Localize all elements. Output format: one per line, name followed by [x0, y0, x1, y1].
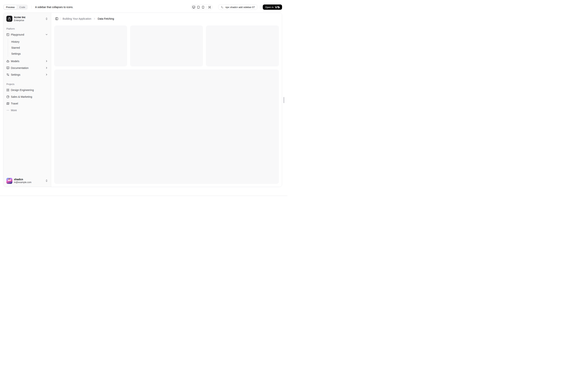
command-text: npx shadcn add sidebar-07	[225, 6, 255, 9]
app-sidebar: Acme Inc Enterprise Platform Playground …	[3, 13, 51, 187]
breadcrumb: Building Your Application Data Fetching	[63, 17, 114, 20]
book-open-icon	[6, 66, 9, 69]
sidebar-item-documentation[interactable]: Documentation	[5, 65, 49, 71]
tab-code[interactable]: Code	[17, 5, 27, 9]
monitor-icon	[192, 6, 195, 9]
user-email: m@example.com	[14, 181, 44, 184]
sidebar-subitem-history[interactable]: History	[10, 39, 49, 44]
sidebar-item-label: Design Engineering	[11, 88, 48, 91]
team-name: Acme Inc	[14, 16, 44, 19]
tab-preview[interactable]: Preview	[3, 5, 17, 9]
user-name: shadcn	[14, 178, 44, 181]
chevron-right-icon	[45, 66, 48, 69]
sidebar-item-sales-marketing[interactable]: Sales & Marketing	[5, 94, 49, 100]
v0-logo-icon	[275, 6, 280, 8]
mobile-view-button[interactable]	[201, 5, 205, 9]
page-scrollbar-thumb[interactable]	[283, 97, 285, 103]
chevron-right-icon	[45, 73, 48, 76]
user-meta: shadcn m@example.com	[14, 178, 44, 184]
sidebar-item-label: Travel	[11, 102, 48, 105]
sidebar-footer: shadcn m@example.com	[3, 175, 51, 187]
sidebar-subitem-settings[interactable]: Settings	[10, 51, 49, 56]
playground-submenu: History Starred Settings	[8, 39, 49, 57]
breadcrumb-parent-link[interactable]: Building Your Application	[63, 17, 91, 20]
next-section-edge	[0, 196, 288, 196]
pie-chart-icon	[6, 95, 9, 98]
sidebar-group-platform: Platform Playground History Starred Sett…	[3, 25, 51, 78]
sidebar-item-label: More	[11, 109, 48, 112]
sidebar-item-label: Sales & Marketing	[11, 95, 48, 98]
desktop-view-button[interactable]	[192, 5, 196, 9]
view-tab-group: Preview Code	[3, 4, 28, 10]
breadcrumb-current-page: Data Fetching	[98, 17, 114, 20]
open-in-label: Open in	[265, 6, 274, 9]
team-meta: Acme Inc Enterprise	[14, 16, 44, 22]
bot-icon	[6, 60, 9, 63]
terminal-icon	[221, 6, 224, 8]
settings-icon	[6, 73, 9, 76]
sidebar-group-projects: Projects Design Engineering Sales & Mark…	[3, 80, 51, 113]
avatar	[6, 178, 12, 184]
frame-icon	[6, 88, 9, 91]
main-panel: Building Your Application Data Fetching	[51, 13, 282, 187]
block-description: A sidebar that collapses to icons.	[35, 6, 73, 9]
copy-command-button[interactable]: npx shadcn add sidebar-07	[218, 4, 258, 10]
sidebar-toggle-button[interactable]	[54, 16, 59, 21]
ellipsis-icon	[6, 109, 9, 112]
tablet-icon	[197, 6, 200, 9]
user-menu-button[interactable]: shadcn m@example.com	[5, 176, 49, 186]
placeholder-card	[130, 25, 203, 66]
team-logo	[6, 16, 12, 22]
chevron-right-icon	[45, 60, 48, 63]
device-toggle-group	[191, 4, 213, 10]
sidebar-item-settings[interactable]: Settings	[5, 72, 49, 78]
sidebar-item-design-engineering[interactable]: Design Engineering	[5, 87, 49, 93]
smartphone-icon	[202, 6, 204, 9]
tablet-view-button[interactable]	[196, 5, 201, 9]
chevrons-up-down-icon	[45, 179, 48, 182]
sidebar-item-playground[interactable]: Playground	[5, 32, 49, 38]
chevron-down-icon	[45, 33, 48, 36]
team-switcher-button[interactable]: Acme Inc Enterprise	[5, 14, 49, 23]
breadcrumb-chevron-icon	[93, 17, 96, 20]
page-content	[51, 25, 282, 187]
sidebar-item-label: Documentation	[11, 66, 44, 69]
open-in-v0-button[interactable]: Open in	[263, 4, 282, 10]
sidebar-item-label: Models	[11, 60, 44, 63]
main-header: Building Your Application Data Fetching	[51, 13, 282, 25]
group-label-projects: Projects	[5, 81, 49, 87]
toolbar-separator	[31, 6, 32, 9]
sidebar-item-models[interactable]: Models	[5, 58, 49, 64]
playground-submenu-wrapper: History Starred Settings	[5, 38, 49, 58]
map-icon	[6, 102, 9, 105]
block-toolbar: Preview Code A sidebar that collapses to…	[3, 4, 282, 10]
gallery-vertical-end-icon	[8, 17, 11, 20]
placeholder-card-row	[54, 25, 279, 66]
sidebar-header: Acme Inc Enterprise	[3, 13, 51, 25]
sidebar-subitem-starred[interactable]: Starred	[10, 45, 49, 50]
placeholder-card	[54, 25, 127, 66]
sidebar-item-label: Playground	[11, 33, 44, 36]
sidebar-item-label: Settings	[11, 73, 44, 76]
sidebar-item-travel[interactable]: Travel	[5, 101, 49, 107]
square-terminal-icon	[6, 33, 9, 36]
device-group-separator	[206, 6, 207, 8]
fullscreen-icon	[208, 6, 211, 9]
preview-frame: Acme Inc Enterprise Platform Playground …	[3, 13, 282, 187]
team-plan: Enterprise	[14, 19, 44, 22]
fullscreen-button[interactable]	[208, 5, 212, 9]
placeholder-panel	[54, 69, 279, 184]
panel-left-icon	[55, 17, 58, 20]
placeholder-card	[206, 25, 279, 66]
chevrons-up-down-icon	[45, 17, 48, 20]
group-label-platform: Platform	[5, 26, 49, 32]
sidebar-item-more[interactable]: More	[5, 107, 49, 113]
